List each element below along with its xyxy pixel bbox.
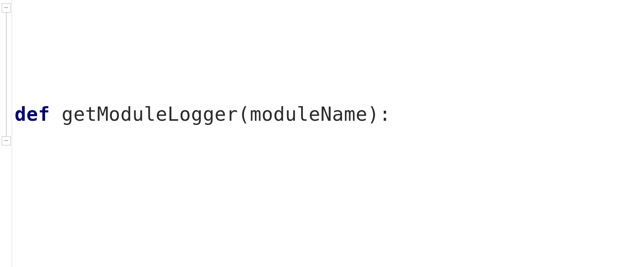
code-line[interactable]: _log = logging.getLogger(f'my_project.{m…: [15, 261, 644, 267]
fold-toggle-icon[interactable]: −: [2, 3, 11, 13]
function-name: getModuleLogger: [62, 103, 238, 125]
parameter: moduleName: [250, 103, 367, 125]
space: [50, 103, 62, 125]
paren-open: (: [238, 103, 250, 125]
fold-guide-line: [6, 12, 7, 145]
code-area[interactable]: def getModuleLogger(moduleName): _log = …: [12, 0, 644, 267]
code-editor[interactable]: − − def getModuleLogger(moduleName): _lo…: [0, 0, 644, 267]
code-line[interactable]: def getModuleLogger(moduleName):: [15, 98, 644, 130]
gutter: − −: [0, 0, 12, 267]
keyword-def: def: [15, 103, 50, 125]
fold-toggle-icon[interactable]: −: [2, 136, 11, 145]
paren-close-colon: ):: [367, 103, 391, 125]
